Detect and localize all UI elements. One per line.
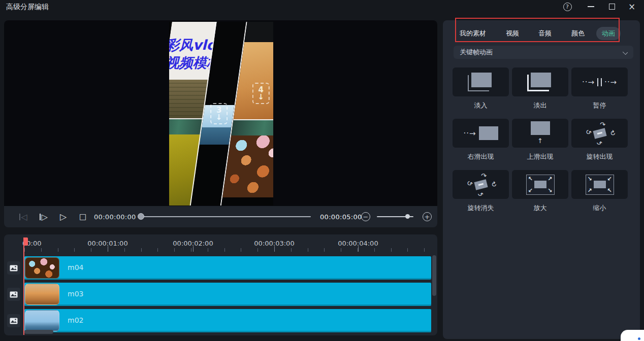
tab-video[interactable]: 视频 [506, 27, 519, 40]
clip-m04[interactable]: m04 [24, 256, 431, 280]
next-frame-button[interactable]: ▷ [40, 212, 48, 221]
help-button[interactable]: ? [562, 1, 573, 12]
animation-type-dropdown[interactable]: 关键帧动画 [454, 46, 633, 59]
dropdown-value: 关键帧动画 [460, 48, 493, 57]
tilted-rect-icon [593, 128, 606, 139]
play-button[interactable]: ▷ [60, 212, 67, 221]
timeline-panel: 00:00 00:00:01:00 00:00:02:00 00:00:03:0… [4, 234, 437, 335]
step-forward-icon: ▷ [42, 212, 48, 222]
window-title: 高级分屏编辑 [6, 3, 49, 12]
rotate-arc-icon [478, 190, 484, 197]
arrow-dots-icon [463, 128, 476, 138]
zoom-out-icon[interactable] [571, 170, 628, 199]
corner-arrow-icon [528, 188, 533, 193]
preset-label: 放大 [534, 203, 547, 213]
tab-color[interactable]: 颜色 [571, 27, 585, 40]
seek-slider-thumb[interactable] [138, 213, 144, 220]
clip-label: m02 [68, 316, 83, 324]
step-bar-icon [19, 214, 20, 220]
badge-3: 3 [210, 103, 228, 124]
slide-right-in-icon[interactable] [453, 119, 509, 148]
clip-label: m04 [68, 263, 83, 271]
current-timecode: 00:00:00:00 [94, 213, 136, 221]
preset-rotate-out: 旋转消失 [453, 170, 509, 213]
preset-rotate-in: 旋转出现 [571, 119, 628, 161]
help-icon: ? [563, 3, 572, 11]
corner-arrow-icon [548, 176, 552, 182]
play-icon: ▷ [60, 212, 67, 222]
rotate-arc-icon [608, 129, 617, 138]
tab-audio[interactable]: 音频 [538, 27, 552, 40]
fade-in-icon[interactable] [453, 67, 509, 96]
preview-zoom-slider[interactable] [377, 216, 413, 217]
collage-bokeh-photo: 5 [222, 135, 273, 197]
minimize-button[interactable] [585, 1, 596, 12]
corner-arrow-icon [548, 188, 552, 193]
rotate-in-icon[interactable] [571, 119, 628, 148]
collage-black-bottom-right [220, 197, 273, 206]
image-track-icon[interactable] [7, 261, 20, 275]
properties-panel: 我的素材 视频 音频 颜色 动画 关键帧动画 淡入 淡出 暂停 [443, 20, 640, 339]
slide-up-in-icon[interactable] [512, 119, 568, 148]
up-arrow-icon [537, 135, 543, 145]
zoom-out-preview-button[interactable]: − [361, 212, 370, 221]
horizontal-scrollbar[interactable] [24, 330, 53, 334]
pause-icon[interactable] [571, 67, 628, 96]
maximize-button[interactable] [606, 1, 618, 12]
corner-arrow-icon [588, 188, 592, 193]
collage-dark-top-right [244, 22, 273, 42]
major-tick [274, 246, 275, 252]
preset-label: 缩小 [593, 203, 606, 213]
zoom-in-icon[interactable] [512, 170, 568, 199]
preset-label: 暂停 [593, 101, 606, 110]
arrow-dots-icon [582, 77, 595, 87]
timeline-ruler[interactable] [24, 248, 434, 252]
clip-thumbnail [25, 310, 59, 331]
blue-dot-icon [638, 337, 640, 340]
rotate-arc-icon [490, 180, 498, 189]
close-button[interactable]: × [626, 1, 637, 12]
tab-my-media[interactable]: 我的素材 [460, 27, 486, 40]
clip-label: m03 [68, 290, 83, 298]
image-track-icon[interactable] [7, 288, 20, 301]
collage-sea [200, 127, 232, 145]
frame-rect-icon [479, 126, 498, 140]
collage-house-strip-right [231, 119, 273, 135]
tilted-rect-icon [474, 179, 488, 190]
total-timecode: 00:00:05:00 [320, 213, 362, 221]
preset-slide-up-in: 上滑出现 [512, 119, 568, 161]
tab-animation-active[interactable]: 动画 [596, 27, 621, 40]
preset-slide-right-in: 右滑出现 [453, 119, 509, 161]
clip-thumbnail [25, 257, 59, 279]
zoom-in-preview-button[interactable]: + [423, 212, 432, 221]
rotate-arc-icon [584, 128, 593, 137]
vertical-scrollbar[interactable] [432, 255, 436, 296]
clip-m03[interactable]: m03 [24, 283, 431, 306]
preview-panel: 彩风vlog 视频模板 2 3 4 [4, 20, 437, 227]
video-preview-area[interactable]: 彩风vlog 视频模板 2 3 4 [4, 20, 437, 206]
zoom-frame-icon [526, 175, 555, 195]
zoom-frame-icon [586, 175, 614, 195]
clip-m02[interactable]: m02 [24, 309, 431, 332]
fade-out-icon[interactable] [512, 67, 568, 96]
playhead-handle[interactable] [24, 237, 28, 246]
preset-zoom-out: 缩小 [571, 170, 628, 213]
corner-arrow-icon [528, 176, 533, 182]
preset-label: 旋转消失 [468, 203, 494, 213]
previous-frame-button[interactable]: ◁ [19, 212, 27, 221]
popup-corner [621, 330, 644, 341]
preset-pause: 暂停 [571, 67, 628, 110]
rotate-out-icon[interactable] [453, 170, 509, 199]
seek-slider[interactable] [138, 216, 311, 217]
preset-label: 右滑出现 [468, 152, 494, 161]
step-bar-icon [40, 214, 41, 220]
stop-button[interactable]: □ [79, 212, 86, 221]
player-controls: ◁ ▷ ▷ □ 00:00:00:00 00:00:05:00 − + [4, 206, 437, 227]
clip-thumbnail [25, 284, 59, 305]
playhead-line[interactable] [23, 237, 24, 335]
minimize-icon [588, 6, 594, 7]
rotate-arc-icon [600, 121, 605, 128]
preset-zoom-in: 放大 [512, 170, 568, 213]
image-track-icon[interactable] [7, 314, 20, 327]
preview-zoom-thumb[interactable] [405, 214, 410, 219]
